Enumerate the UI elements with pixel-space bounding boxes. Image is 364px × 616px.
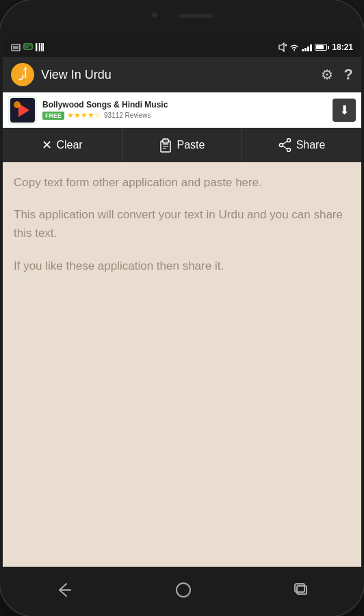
- ad-logo: [8, 96, 37, 125]
- content-area[interactable]: Copy text form other application and pas…: [3, 162, 361, 567]
- svg-rect-9: [42, 43, 44, 51]
- message-icon: [23, 42, 33, 52]
- ad-download-button[interactable]: ⬇: [333, 99, 356, 122]
- barcode-icon: [36, 43, 44, 51]
- svg-point-21: [287, 139, 290, 142]
- back-icon: [54, 582, 73, 598]
- ad-reviews: 93112 Reviews: [104, 112, 151, 119]
- app-bar-icons: ⚙ ?: [321, 66, 353, 84]
- toolbar: ✕ Clear Paste: [3, 128, 361, 162]
- wifi-icon: [289, 43, 299, 51]
- phone-bottom-nav: [3, 567, 361, 616]
- speaker: [179, 14, 213, 18]
- svg-rect-1: [13, 46, 18, 49]
- clear-icon: ✕: [42, 138, 52, 153]
- ad-free-label: FREE: [42, 112, 64, 120]
- ad-logo-image: [10, 98, 35, 123]
- signal-bars: [302, 43, 312, 51]
- svg-point-15: [14, 101, 21, 108]
- battery-tip: [328, 46, 329, 49]
- svg-point-23: [279, 144, 283, 147]
- screen: 18:21 اُر View In Urdu ⚙ ?: [3, 38, 361, 567]
- status-bar: 18:21: [3, 38, 361, 57]
- signal-bar-3: [307, 47, 309, 51]
- battery: [315, 44, 329, 51]
- front-camera: [152, 12, 157, 18]
- app-bar: اُر View In Urdu ⚙ ?: [3, 57, 361, 92]
- svg-line-24: [283, 141, 287, 144]
- home-button[interactable]: [175, 582, 192, 602]
- download-icon: ⬇: [339, 103, 350, 118]
- paste-icon: [159, 138, 173, 153]
- sim-icon: [11, 43, 21, 51]
- paste-button[interactable]: Paste: [122, 128, 242, 162]
- ad-stars: ★★★★☆: [67, 111, 101, 120]
- ad-title: Bollywood Songs & Hindi Music: [42, 100, 333, 110]
- ad-banner[interactable]: Bollywood Songs & Hindi Music FREE ★★★★☆…: [3, 92, 361, 128]
- home-icon: [175, 582, 192, 598]
- phone-top-bezel: [0, 0, 364, 38]
- ad-content: Bollywood Songs & Hindi Music FREE ★★★★☆…: [42, 100, 333, 120]
- svg-rect-5: [36, 43, 37, 51]
- battery-body: [315, 44, 327, 51]
- placeholder-text: Copy text form other application and pas…: [14, 173, 350, 275]
- paste-label: Paste: [177, 139, 205, 151]
- app-title: View In Urdu: [41, 68, 321, 82]
- recents-button[interactable]: [294, 582, 310, 601]
- status-time: 18:21: [332, 42, 353, 52]
- share-icon: [278, 138, 292, 152]
- back-button[interactable]: [54, 582, 73, 601]
- help-button[interactable]: ?: [344, 66, 353, 84]
- svg-rect-17: [163, 139, 168, 143]
- settings-button[interactable]: ⚙: [321, 66, 333, 83]
- svg-rect-8: [41, 43, 42, 51]
- placeholder-line-3: If you like these application then share…: [14, 257, 350, 275]
- battery-fill: [316, 45, 324, 49]
- recents-icon: [294, 582, 310, 598]
- phone-frame: 18:21 اُر View In Urdu ⚙ ?: [0, 0, 364, 616]
- svg-rect-7: [39, 43, 40, 51]
- share-label: Share: [296, 139, 326, 151]
- placeholder-line-2: This application will convert your text …: [14, 205, 350, 242]
- placeholder-line-1: Copy text form other application and pas…: [14, 173, 350, 192]
- app-logo-text: اُر: [19, 69, 27, 80]
- status-right: 18:21: [278, 42, 353, 52]
- mute-icon: [278, 42, 287, 52]
- status-left: [11, 42, 44, 52]
- svg-point-22: [287, 149, 290, 152]
- svg-marker-10: [279, 43, 284, 51]
- svg-line-25: [283, 146, 287, 149]
- app-logo: اُر: [11, 63, 34, 86]
- clear-button[interactable]: ✕ Clear: [3, 128, 122, 162]
- ad-meta: FREE ★★★★☆ 93112 Reviews: [42, 111, 333, 120]
- svg-rect-2: [24, 44, 32, 49]
- signal-bar-1: [302, 49, 304, 51]
- share-button[interactable]: Share: [242, 128, 361, 162]
- signal-bar-2: [304, 48, 307, 51]
- clear-label: Clear: [56, 139, 82, 151]
- svg-point-27: [177, 583, 190, 597]
- svg-rect-6: [38, 43, 38, 51]
- signal-bar-4: [310, 44, 312, 51]
